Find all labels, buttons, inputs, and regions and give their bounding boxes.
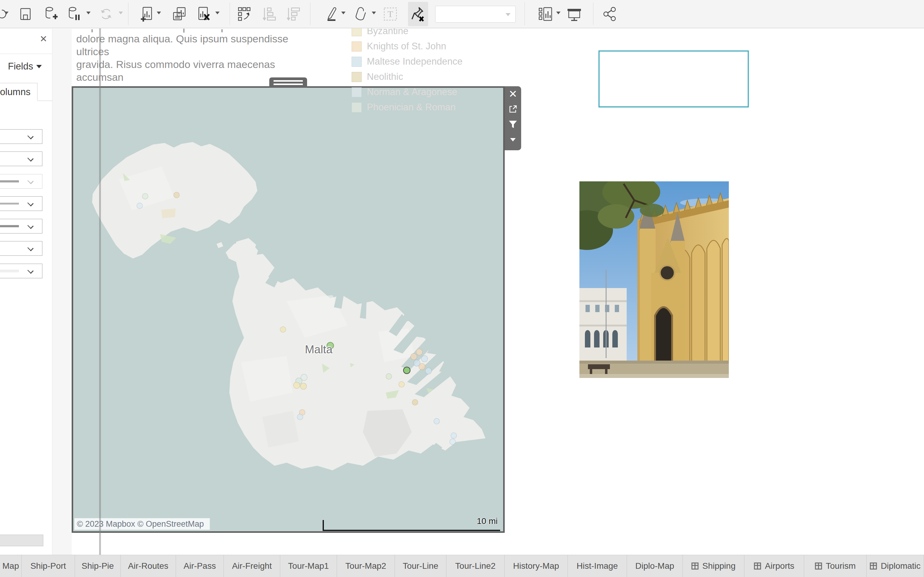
legend-item[interactable]: Phoenician & Roman (352, 102, 456, 113)
duplicate-sheet-button[interactable] (171, 2, 188, 26)
fields-panel: ✕ Fields olumns (0, 29, 52, 555)
map-data-point[interactable] (434, 418, 440, 424)
pause-auto-updates-button[interactable] (65, 2, 82, 26)
toolbar-separator (128, 2, 128, 25)
sort-descending-button (285, 2, 302, 26)
show-cards-button[interactable] (538, 2, 555, 26)
sheet-tab-bar: MapShip-PortShip-PieAir-RoutesAir-PassAi… (0, 555, 924, 577)
tab-columns[interactable]: olumns (0, 83, 37, 101)
zone-drag-grip[interactable] (269, 77, 307, 88)
sheet-tab-air-pass[interactable]: Air-Pass (176, 555, 224, 577)
sheet-tab-airports[interactable]: Airports (745, 555, 804, 577)
map-data-point[interactable] (399, 381, 405, 387)
attach-caret-icon[interactable] (372, 11, 376, 15)
legend-item[interactable]: Neolithic (352, 71, 403, 82)
map-data-point[interactable] (425, 367, 432, 374)
map-data-point[interactable] (412, 399, 418, 405)
refresh-caret-icon (119, 11, 123, 15)
sheet-tab-diplomatic[interactable]: Diplomatic (867, 555, 924, 577)
clear-sheet-caret-icon[interactable] (215, 11, 220, 15)
line-style-swatch (0, 203, 19, 205)
field-selector-dropdown[interactable] (0, 264, 42, 278)
sheet-tab-hist-image[interactable]: Hist-Image (568, 555, 627, 577)
presentation-mode-button[interactable] (566, 2, 583, 26)
legend-item[interactable]: Maltese Independence (352, 56, 463, 67)
sheet-tab-shipping[interactable]: Shipping (683, 555, 745, 577)
legend-item[interactable]: Norman & Aragonese (352, 87, 457, 98)
sheet-tab-map[interactable]: Map (0, 555, 22, 577)
sheet-tab-label: Tourism (826, 561, 856, 571)
map-zone[interactable]: Malta © 2023 Mapbox © OpenStreetMap 10 m… (72, 86, 505, 533)
sheet-tab-tour-map1[interactable]: Tour-Map1 (280, 555, 337, 577)
show-cards-caret-icon[interactable] (556, 11, 561, 15)
field-selector-dropdown[interactable] (0, 129, 42, 144)
zone-open-in-new-icon[interactable] (505, 102, 521, 117)
map-data-point[interactable] (300, 383, 307, 390)
sheet-tab-label: Tour-Map1 (288, 561, 329, 571)
sheet-tab-tour-map2[interactable]: Tour-Map2 (337, 555, 395, 577)
add-datasource-button[interactable] (42, 2, 59, 26)
field-selector-dropdown[interactable] (0, 196, 42, 211)
map-data-point[interactable] (137, 203, 143, 209)
map-data-point[interactable] (403, 367, 410, 374)
fix-axes-pin-button[interactable] (408, 2, 428, 26)
map-data-point[interactable] (416, 349, 423, 355)
new-worksheet-button[interactable] (139, 2, 156, 26)
field-selector-dropdown[interactable] (0, 241, 42, 256)
map-data-point[interactable] (386, 373, 392, 379)
map-data-point[interactable] (293, 382, 300, 388)
map-data-point[interactable] (173, 192, 179, 198)
map-data-point[interactable] (421, 355, 428, 362)
share-button[interactable] (601, 2, 619, 26)
sheet-tab-tour-line2[interactable]: Tour-Line2 (446, 555, 505, 577)
chevron-down-icon (27, 223, 34, 229)
map-data-point[interactable] (142, 193, 148, 199)
toolbar-separator (593, 2, 593, 25)
line-style-swatch (0, 181, 19, 182)
zone-filter-icon[interactable] (505, 117, 521, 132)
zone-close-icon[interactable]: ✕ (505, 86, 521, 102)
save-button[interactable] (17, 2, 34, 26)
dashboard-grid-icon (815, 562, 822, 570)
clear-sheet-button[interactable] (195, 2, 213, 26)
field-selector-dropdown[interactable] (0, 219, 42, 234)
panel-close-icon[interactable]: ✕ (40, 34, 47, 44)
sheet-tab-air-routes[interactable]: Air-Routes (121, 555, 176, 577)
sheet-tab-ship-pie[interactable]: Ship-Pie (75, 555, 121, 577)
sheet-tab-ship-port[interactable]: Ship-Port (22, 555, 75, 577)
clipped-text-fragment (92, 29, 93, 32)
sheet-tab-tour-line[interactable]: Tour-Line (395, 555, 446, 577)
sheet-tab-diplo-map[interactable]: Diplo-Map (627, 555, 683, 577)
map-data-point[interactable] (410, 353, 417, 360)
legend-swatch (352, 57, 362, 67)
highlight-caret-icon[interactable] (341, 11, 346, 15)
map-data-point[interactable] (419, 363, 425, 370)
svg-text:T: T (388, 9, 393, 19)
fields-caret-icon (36, 65, 42, 68)
panel-scrollbar-thumb[interactable] (0, 535, 43, 546)
sheet-tab-tourism[interactable]: Tourism (804, 555, 867, 577)
sheet-tab-air-freight[interactable]: Air-Freight (224, 555, 280, 577)
map-data-point[interactable] (449, 438, 456, 445)
field-selector-dropdown[interactable] (0, 174, 42, 189)
field-selector-dropdown[interactable] (0, 152, 42, 166)
sheet-tab-history-map[interactable]: History-Map (505, 555, 568, 577)
fit-selector[interactable] (435, 6, 516, 23)
map-data-point[interactable] (300, 374, 307, 381)
undo-caret-icon[interactable] (4, 11, 8, 15)
swap-rows-columns-button[interactable] (236, 2, 254, 26)
attach-button[interactable] (351, 2, 368, 26)
fields-dropdown-button[interactable]: Fields (8, 61, 42, 72)
new-worksheet-caret-icon[interactable] (157, 11, 161, 15)
zone-collapse-caret-icon[interactable] (505, 132, 521, 147)
text-label-button: T (382, 2, 399, 26)
chevron-down-icon (27, 245, 34, 251)
map-data-point[interactable] (280, 326, 286, 332)
sheet-tab-label: Ship-Pie (82, 561, 114, 571)
map-data-point[interactable] (297, 414, 303, 420)
pause-caret-icon[interactable] (86, 11, 90, 15)
dashboard-zone-divider (99, 28, 101, 555)
legend-item[interactable]: Knights of St. John (352, 41, 446, 52)
map-data-point[interactable] (451, 432, 457, 438)
highlight-button[interactable] (323, 2, 340, 26)
